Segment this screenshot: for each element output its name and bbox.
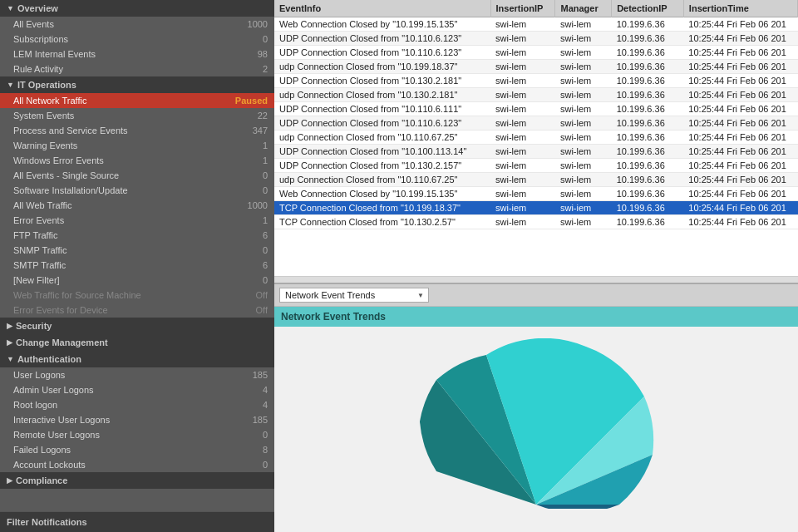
sidebar-item-root-logon[interactable]: Root logon4	[0, 397, 274, 412]
table-row[interactable]: Web Connection Closed by "10.199.15.135"…	[274, 17, 798, 32]
section-header-authentication[interactable]: ▼Authentication	[0, 351, 274, 367]
col-header-detectionip[interactable]: DetectionIP	[612, 0, 684, 17]
sidebar-item-label-snmp-traffic: SNMP Traffic	[13, 245, 66, 255]
table-row[interactable]: Web Connection Closed by "10.199.15.135"…	[274, 187, 798, 201]
cell-insertiontime-2: 10:25:44 Fri Feb 06 201	[683, 46, 797, 60]
cell-manager-13: swi-iem	[555, 201, 612, 215]
col-header-insertiontime[interactable]: InsertionTime	[683, 0, 797, 17]
table-row[interactable]: udp Connection Closed from "10.130.2.181…	[274, 88, 798, 102]
sidebar-item-warning-events[interactable]: Warning Events1	[0, 138, 274, 153]
sidebar-item-admin-user-logons[interactable]: Admin User Logons4	[0, 382, 274, 397]
horizontal-scrollbar[interactable]	[274, 276, 798, 283]
table-row[interactable]: TCP Connection Closed from "10.199.18.37…	[274, 201, 798, 215]
sidebar-item-badge-failed-logons: 8	[243, 445, 268, 455]
cell-manager-2: swi-lem	[555, 46, 612, 60]
sidebar-item-all-web-traffic[interactable]: All Web Traffic1000	[0, 198, 274, 213]
chart-dropdown[interactable]: Network Event Trends	[279, 288, 429, 303]
cell-insertionip-7: swi-lem	[490, 116, 555, 131]
cell-eventinfo-2: UDP Connection Closed from "10.110.6.123…	[274, 46, 490, 60]
sidebar-item-web-traffic-source[interactable]: Web Traffic for Source MachineOff	[0, 288, 274, 303]
table-row[interactable]: udp Connection Closed from "10.110.67.25…	[274, 131, 798, 145]
sidebar: ▼OverviewAll Events1000Subscriptions0LEM…	[0, 0, 274, 532]
cell-eventinfo-1: UDP Connection Closed from "10.110.6.123…	[274, 32, 490, 46]
cell-insertiontime-4: 10:25:44 Fri Feb 06 201	[683, 74, 797, 88]
sidebar-item-lem-internal-events[interactable]: LEM Internal Events98	[0, 47, 274, 62]
sidebar-item-badge-all-network-traffic: Paused	[235, 96, 268, 106]
sidebar-item-badge-windows-error-events: 1	[243, 155, 268, 165]
cell-detectionip-12: 10.199.6.36	[612, 187, 684, 201]
section-header-compliance[interactable]: ▶Compliance	[0, 472, 274, 489]
col-header-insertionip[interactable]: InsertionIP	[490, 0, 555, 17]
cell-detectionip-4: 10.199.6.36	[612, 74, 684, 88]
table-row[interactable]: UDP Connection Closed from "10.100.113.1…	[274, 145, 798, 159]
cell-eventinfo-3: udp Connection Closed from "10.199.18.37…	[274, 60, 490, 74]
sidebar-item-remote-user-logons[interactable]: Remote User Logons0	[0, 427, 274, 442]
cell-detectionip-2: 10.199.6.36	[612, 46, 684, 60]
table-scroll[interactable]: EventInfo InsertionIP Manager DetectionI…	[274, 0, 798, 276]
col-header-manager[interactable]: Manager	[555, 0, 612, 17]
cell-eventinfo-11: udp Connection Closed from "10.110.67.25…	[274, 173, 490, 187]
sidebar-item-windows-error-events[interactable]: Windows Error Events1	[0, 153, 274, 168]
sidebar-item-user-logons[interactable]: User Logons185	[0, 367, 274, 382]
sidebar-item-error-events[interactable]: Error Events1	[0, 213, 274, 228]
cell-eventinfo-4: UDP Connection Closed from "10.130.2.181…	[274, 74, 490, 88]
sidebar-item-snmp-traffic[interactable]: SNMP Traffic0	[0, 243, 274, 258]
table-row[interactable]: TCP Connection Closed from "10.130.2.57"…	[274, 215, 798, 229]
sidebar-item-ftp-traffic[interactable]: FTP Traffic6	[0, 228, 274, 243]
sidebar-item-badge-error-events-device: Off	[243, 305, 268, 315]
cell-eventinfo-7: UDP Connection Closed from "10.110.6.123…	[274, 116, 490, 131]
sidebar-item-error-events-device[interactable]: Error Events for DeviceOff	[0, 303, 274, 318]
sidebar-item-badge-smtp-traffic: 6	[243, 260, 268, 270]
table-row[interactable]: UDP Connection Closed from "10.110.6.123…	[274, 116, 798, 131]
sidebar-item-rule-activity[interactable]: Rule Activity2	[0, 62, 274, 76]
sidebar-item-interactive-user-logons[interactable]: Interactive User Logons185	[0, 412, 274, 427]
section-label-authentication: Authentication	[17, 354, 81, 364]
sidebar-item-all-network-traffic[interactable]: All Network TrafficPaused	[0, 93, 274, 108]
sidebar-item-new-filter[interactable]: [New Filter]0	[0, 273, 274, 288]
sidebar-item-badge-lem-internal-events: 98	[243, 49, 268, 59]
sidebar-item-failed-logons[interactable]: Failed Logons8	[0, 442, 274, 457]
sidebar-scroll[interactable]: ▼OverviewAll Events1000Subscriptions0LEM…	[0, 0, 274, 511]
section-header-change-management[interactable]: ▶Change Management	[0, 334, 274, 351]
sidebar-item-subscriptions[interactable]: Subscriptions0	[0, 32, 274, 47]
sidebar-item-label-all-network-traffic: All Network Traffic	[13, 96, 86, 106]
sidebar-item-all-events-single-source[interactable]: All Events - Single Source0	[0, 168, 274, 183]
sidebar-item-all-events[interactable]: All Events1000	[0, 17, 274, 32]
table-row[interactable]: udp Connection Closed from "10.110.67.25…	[274, 173, 798, 187]
chart-toolbar: Network Event Trends	[274, 284, 798, 307]
cell-manager-4: swi-lem	[555, 74, 612, 88]
sidebar-item-label-ftp-traffic: FTP Traffic	[13, 230, 57, 240]
sidebar-item-badge-rule-activity: 2	[243, 64, 268, 74]
table-row[interactable]: udp Connection Closed from "10.199.18.37…	[274, 60, 798, 74]
sidebar-item-process-service-events[interactable]: Process and Service Events347	[0, 123, 274, 138]
cell-insertionip-14: swi-lem	[490, 215, 555, 229]
table-row[interactable]: UDP Connection Closed from "10.130.2.181…	[274, 74, 798, 88]
filter-notifications-bar[interactable]: Filter Notifications	[0, 511, 274, 532]
sidebar-item-system-events[interactable]: System Events22	[0, 108, 274, 123]
cell-insertiontime-0: 10:25:44 Fri Feb 06 201	[683, 17, 797, 32]
sidebar-item-badge-interactive-user-logons: 185	[243, 415, 268, 425]
section-header-security[interactable]: ▶Security	[0, 318, 274, 334]
cell-insertionip-11: swi-lem	[490, 173, 555, 187]
table-row[interactable]: UDP Connection Closed from "10.110.6.123…	[274, 46, 798, 60]
table-row[interactable]: UDP Connection Closed from "10.110.6.123…	[274, 32, 798, 46]
cell-detectionip-14: 10.199.6.36	[612, 215, 684, 229]
sidebar-item-badge-admin-user-logons: 4	[243, 385, 268, 395]
table-row[interactable]: UDP Connection Closed from "10.130.2.157…	[274, 159, 798, 173]
col-header-eventinfo[interactable]: EventInfo	[274, 0, 490, 17]
cell-insertiontime-9: 10:25:44 Fri Feb 06 201	[683, 145, 797, 159]
section-label-security: Security	[16, 321, 52, 331]
sidebar-item-smtp-traffic[interactable]: SMTP Traffic6	[0, 258, 274, 273]
section-header-it-operations[interactable]: ▼IT Operations	[0, 76, 274, 93]
cell-eventinfo-14: TCP Connection Closed from "10.130.2.57"	[274, 215, 490, 229]
cell-detectionip-6: 10.199.6.36	[612, 102, 684, 116]
section-header-overview[interactable]: ▼Overview	[0, 0, 274, 17]
sidebar-item-label-interactive-user-logons: Interactive User Logons	[13, 415, 110, 425]
sidebar-item-label-rule-activity: Rule Activity	[13, 64, 63, 74]
cell-insertionip-13: swi-iem	[490, 201, 555, 215]
sidebar-item-account-lockouts[interactable]: Account Lockouts0	[0, 457, 274, 472]
sidebar-item-badge-snmp-traffic: 0	[243, 245, 268, 255]
sidebar-item-label-smtp-traffic: SMTP Traffic	[13, 260, 66, 270]
table-row[interactable]: UDP Connection Closed from "10.110.6.111…	[274, 102, 798, 116]
sidebar-item-software-installation[interactable]: Software Installation/Update0	[0, 183, 274, 198]
